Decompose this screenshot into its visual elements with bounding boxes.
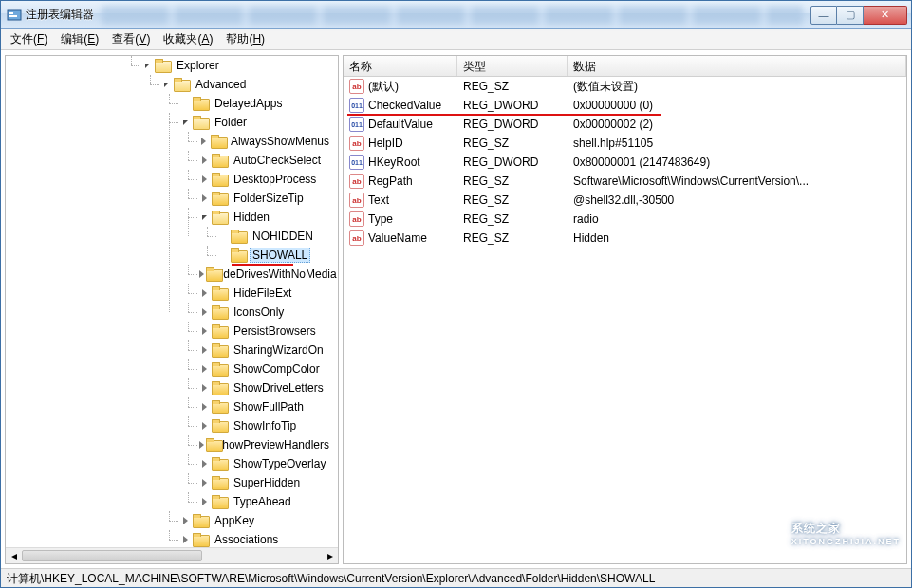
value-row[interactable]: ab(默认)REG_SZ(数值未设置) xyxy=(344,77,906,96)
tree-item[interactable]: AppKey xyxy=(180,511,338,530)
tree-item[interactable]: AutoCheckSelect xyxy=(199,151,338,170)
tree-item[interactable]: ShowCompColor xyxy=(199,359,338,378)
tree-item[interactable]: IconsOnly xyxy=(199,303,338,322)
value-row[interactable]: 011DefaultValueREG_DWORD0x00000002 (2) xyxy=(344,115,906,134)
value-type: REG_SZ xyxy=(457,79,568,94)
reg-dword-icon: 011 xyxy=(349,117,364,132)
tree-item[interactable]: TypeAhead xyxy=(199,492,338,511)
expand-icon[interactable] xyxy=(199,421,210,432)
tree-pane[interactable]: ExplorerAdvancedDelayedAppsFolderAlwaysS… xyxy=(5,55,339,564)
value-data: shell.hlp#51105 xyxy=(568,136,906,151)
collapse-icon[interactable] xyxy=(180,118,191,128)
tree-item[interactable]: PersistBrowsers xyxy=(199,322,338,340)
col-type[interactable]: 类型 xyxy=(457,56,568,76)
tree-item[interactable]: HideFileExt xyxy=(199,284,338,303)
maximize-button[interactable]: ▢ xyxy=(837,6,864,25)
tree-item[interactable]: SharingWizardOn xyxy=(199,340,338,359)
tree-scroll-thumb[interactable] xyxy=(22,550,202,561)
tree-item[interactable]: HideDrivesWithNoMedia xyxy=(199,265,338,284)
expand-icon[interactable] xyxy=(199,137,209,147)
tree-item[interactable]: AlwaysShowMenus xyxy=(199,132,338,151)
menu-view[interactable]: 查看(V) xyxy=(106,29,156,49)
expand-icon[interactable] xyxy=(180,535,191,545)
tree-item[interactable]: DelayedApps xyxy=(180,94,338,113)
value-data: radio xyxy=(568,211,906,227)
expand-icon[interactable] xyxy=(199,193,210,204)
collapse-icon[interactable] xyxy=(199,212,210,223)
expand-icon[interactable] xyxy=(199,345,210,356)
reg-dword-icon: 011 xyxy=(349,155,364,170)
expand-icon[interactable] xyxy=(199,156,210,166)
tree-item[interactable]: Hidden xyxy=(199,208,338,227)
statusbar: 计算机\HKEY_LOCAL_MACHINE\SOFTWARE\Microsof… xyxy=(1,568,911,587)
tree-h-scrollbar[interactable]: ◂ ▸ xyxy=(6,547,338,563)
tree-item[interactable]: SHOWALL xyxy=(218,246,338,265)
col-data[interactable]: 数据 xyxy=(568,56,906,76)
expand-icon[interactable] xyxy=(199,459,210,469)
close-button[interactable]: ✕ xyxy=(864,6,907,25)
tree-item[interactable]: ShowInfoTip xyxy=(199,416,338,435)
expand-icon[interactable] xyxy=(199,402,210,413)
value-name: Text xyxy=(368,193,389,207)
reg-sz-icon: ab xyxy=(349,211,364,227)
menu-fav[interactable]: 收藏夹(A) xyxy=(158,29,218,49)
tree-item[interactable]: Associations xyxy=(180,530,338,549)
value-row[interactable]: abValueNameREG_SZHidden xyxy=(344,229,906,248)
menu-help[interactable]: 帮助(H) xyxy=(220,29,270,49)
collapse-icon[interactable] xyxy=(161,80,172,90)
list-header[interactable]: 名称 类型 数据 xyxy=(344,56,906,77)
tree-item[interactable]: Explorer xyxy=(142,56,338,75)
folder-icon xyxy=(174,78,189,91)
expand-icon[interactable] xyxy=(180,516,191,526)
folder-icon xyxy=(212,495,227,508)
scroll-right-icon[interactable]: ▸ xyxy=(322,548,338,563)
watermark: 系统之家XITONGZHIJIA.NET xyxy=(791,519,901,546)
values-pane[interactable]: 名称 类型 数据 ab(默认)REG_SZ(数值未设置)011CheckedVa… xyxy=(343,55,907,564)
tree-item[interactable]: ShowFullPath xyxy=(199,397,338,416)
tree-item-label: Advanced xyxy=(193,77,249,92)
expand-icon[interactable] xyxy=(199,269,204,280)
scroll-left-icon[interactable]: ◂ xyxy=(6,548,22,563)
expand-icon[interactable] xyxy=(199,383,210,394)
expand-icon[interactable] xyxy=(199,497,210,507)
minimize-button[interactable]: — xyxy=(810,6,837,25)
expand-icon[interactable] xyxy=(199,440,204,450)
expand-icon[interactable] xyxy=(199,307,210,318)
value-row[interactable]: 011HKeyRootREG_DWORD0x80000001 (21474836… xyxy=(344,153,906,172)
tree-item[interactable]: FolderSizeTip xyxy=(199,189,338,208)
tree-item[interactable]: DesktopProcess xyxy=(199,170,338,189)
value-data: 0x80000001 (2147483649) xyxy=(568,155,906,170)
expand-icon[interactable] xyxy=(199,364,210,375)
value-row[interactable]: 011CheckedValueREG_DWORD0x00000000 (0) xyxy=(344,96,906,115)
expand-icon[interactable] xyxy=(199,288,210,299)
expand-icon[interactable] xyxy=(199,478,210,488)
no-expander xyxy=(218,231,229,242)
tree-item-label: Folder xyxy=(212,115,250,130)
tree-item[interactable]: ShowPreviewHandlers xyxy=(199,435,338,454)
collapse-icon[interactable] xyxy=(142,61,153,71)
tree-item[interactable]: Advanced xyxy=(161,75,338,94)
expand-icon[interactable] xyxy=(199,326,210,337)
reg-sz-icon: ab xyxy=(349,230,364,246)
titlebar[interactable]: 注册表编辑器 — ▢ ✕ xyxy=(1,1,911,29)
tree-item[interactable]: NOHIDDEN xyxy=(218,227,338,246)
menu-file[interactable]: 文件(F) xyxy=(5,29,53,49)
folder-icon xyxy=(212,173,227,186)
menu-edit[interactable]: 编辑(E) xyxy=(55,29,104,49)
tree-item[interactable]: Folder xyxy=(180,113,338,132)
tree-item[interactable]: SuperHidden xyxy=(199,473,338,492)
tree-item-label: IconsOnly xyxy=(231,304,287,320)
value-row[interactable]: abTypeREG_SZradio xyxy=(344,210,906,229)
col-name[interactable]: 名称 xyxy=(344,56,457,76)
tree-item-label: TypeAhead xyxy=(231,494,294,509)
folder-icon xyxy=(212,305,227,319)
expand-icon[interactable] xyxy=(199,175,210,185)
tree-item[interactable]: ShowDriveLetters xyxy=(199,378,338,397)
tree-item-label: HideFileExt xyxy=(231,285,294,301)
value-row[interactable]: abRegPathREG_SZSoftware\Microsoft\Window… xyxy=(344,172,906,191)
value-row[interactable]: abTextREG_SZ@shell32.dll,-30500 xyxy=(344,191,906,210)
tree-item[interactable]: ShowTypeOverlay xyxy=(199,454,338,473)
tree-item-label: AlwaysShowMenus xyxy=(228,134,332,149)
value-row[interactable]: abHelpIDREG_SZshell.hlp#51105 xyxy=(344,134,906,153)
value-data: Hidden xyxy=(568,230,906,246)
